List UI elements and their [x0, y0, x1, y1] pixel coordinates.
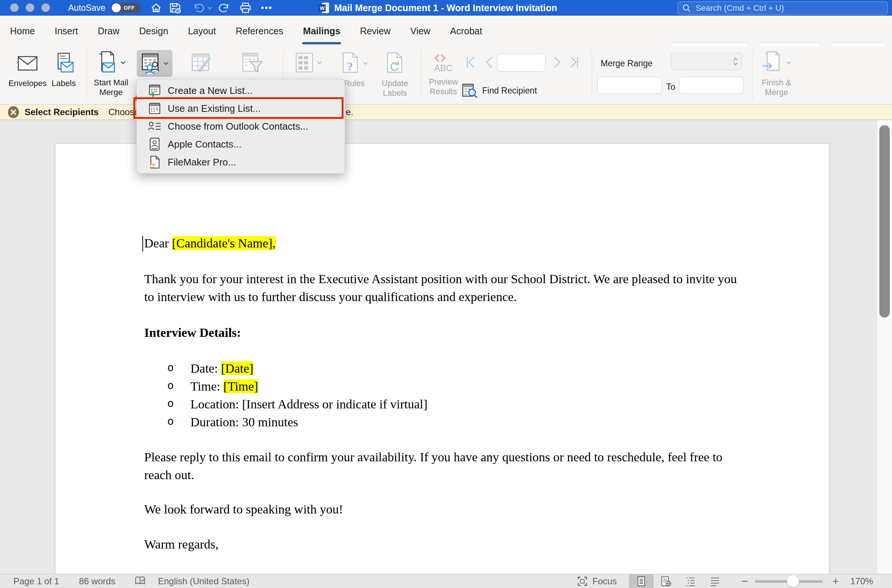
preview-results-icon: ABC — [428, 52, 459, 74]
menu-item-apple-contacts[interactable]: Apple Contacts... — [137, 135, 345, 153]
bullet-duration: oDuration: 30 minutes — [167, 413, 298, 431]
tab-insert[interactable]: Insert — [54, 16, 79, 46]
first-record-button — [463, 55, 477, 70]
merge-range-to-input[interactable] — [679, 77, 744, 94]
labels-label: Labels — [52, 79, 76, 88]
merge-range-to-label: To — [666, 82, 675, 92]
view-mode-switcher — [629, 574, 727, 588]
home-icon[interactable] — [150, 2, 162, 14]
tab-review[interactable]: Review — [359, 16, 391, 46]
svg-text:ABC: ABC — [434, 63, 452, 73]
insert-merge-field-chevron-icon — [317, 59, 322, 66]
page-count-status[interactable]: Page 1 of 1 — [13, 574, 59, 588]
record-number-input[interactable] — [497, 54, 546, 72]
message-bar-title: Select Recipients — [25, 107, 99, 117]
more-commands-icon[interactable]: ••• — [261, 2, 272, 14]
word-count-status[interactable]: 86 words — [79, 574, 115, 588]
merge-range-label: Merge Range — [601, 58, 652, 69]
envelopes-label: Envelopes — [9, 79, 47, 88]
menu-item-create-new-list[interactable]: Create a New List... — [137, 82, 345, 99]
tab-view[interactable]: View — [409, 16, 431, 46]
outline-view-button[interactable] — [678, 574, 703, 588]
tab-draw[interactable]: Draw — [97, 16, 120, 46]
start-mail-merge-icon — [96, 51, 118, 74]
menu-item-label: Choose from Outlook Contacts... — [168, 121, 308, 132]
undo-dropdown-chevron-icon[interactable] — [207, 2, 212, 14]
tab-design[interactable]: Design — [139, 16, 169, 46]
search-input[interactable] — [695, 3, 883, 14]
print-layout-view-button[interactable] — [629, 574, 654, 588]
bullet-time: oTime: [Time] — [167, 378, 258, 395]
menu-item-use-existing-list[interactable]: Use an Existing List... — [137, 99, 345, 117]
intro-paragraph: Thank you for your interest in the Execu… — [144, 270, 741, 306]
zoom-out-button[interactable]: − — [742, 574, 748, 588]
zoom-in-button[interactable]: + — [832, 574, 839, 588]
document-page[interactable]: Dear [Candidate's Name], Thank you for y… — [55, 144, 829, 574]
tab-mailings[interactable]: Mailings — [302, 16, 341, 46]
mailings-ribbon: Envelopes Labels Start Mail Merge Selec — [0, 46, 892, 104]
ribbon-separator — [87, 50, 87, 99]
vertical-scrollbar[interactable] — [877, 120, 892, 574]
window-zoom-button[interactable] — [41, 3, 50, 12]
search-icon — [682, 4, 691, 13]
window-minimize-button[interactable] — [26, 3, 34, 12]
vertical-scrollbar-thumb[interactable] — [879, 125, 890, 318]
insert-merge-field-icon — [295, 52, 315, 73]
save-icon[interactable] — [169, 2, 181, 14]
undo-icon[interactable] — [192, 2, 205, 14]
labels-button[interactable]: Labels — [48, 51, 80, 88]
select-recipients-button[interactable] — [137, 50, 172, 77]
bullet-marker: o — [167, 360, 190, 378]
find-recipient-icon — [462, 83, 478, 98]
menu-item-label: Create a New List... — [168, 85, 253, 96]
next-record-icon — [552, 55, 564, 70]
tab-home[interactable]: Home — [9, 16, 36, 46]
select-recipients-chevron-icon — [163, 60, 169, 67]
outline-view-icon — [685, 576, 696, 586]
draft-view-button[interactable] — [703, 574, 727, 588]
next-record-button — [552, 55, 564, 70]
update-labels-button: Update Labels — [376, 51, 414, 98]
closing-line: Warm regards, — [144, 536, 741, 554]
menu-item-label: Use an Existing List... — [168, 103, 261, 114]
preview-results-button: ABC Preview Results — [425, 52, 462, 96]
bullet-date-text: Date: — [190, 362, 221, 375]
autosave-toggle-knob — [112, 3, 121, 12]
bullet-marker: o — [167, 395, 190, 413]
language-status[interactable]: English (United States) — [158, 574, 249, 588]
window-close-button[interactable] — [10, 3, 19, 12]
candidate-name-placeholder: [Candidate's Name], — [172, 236, 276, 250]
document-title: Mail Merge Document 1 - Word Interview I… — [334, 3, 557, 14]
tab-acrobat[interactable]: Acrobat — [449, 16, 483, 46]
ribbon-separator — [592, 50, 592, 99]
tab-references[interactable]: References — [235, 16, 284, 46]
ribbon-tab-bar: Home Insert Draw Design Layout Reference… — [0, 16, 892, 46]
menu-item-label: Apple Contacts... — [168, 139, 241, 150]
ribbon-separator — [421, 50, 421, 99]
draft-view-icon — [709, 576, 721, 586]
zoom-slider-knob[interactable] — [787, 575, 799, 587]
redo-icon[interactable] — [218, 2, 231, 14]
bullet-location: oLocation: [Insert Address or indicate i… — [167, 395, 427, 413]
print-icon[interactable] — [239, 2, 252, 14]
date-placeholder: [Date] — [221, 362, 253, 375]
autosave-toggle[interactable]: OFF — [111, 3, 141, 13]
window-titlebar: AutoSave OFF ••• W Mail Merge Document 1… — [0, 0, 892, 16]
envelopes-button[interactable]: Envelopes — [8, 51, 47, 88]
web-layout-view-button[interactable] — [654, 574, 678, 588]
proofing-status-icon[interactable] — [134, 574, 146, 588]
merge-range-select[interactable] — [671, 53, 742, 70]
tab-layout[interactable]: Layout — [187, 16, 216, 46]
apple-contacts-icon — [148, 138, 161, 151]
menu-item-outlook-contacts[interactable]: Choose from Outlook Contacts... — [137, 117, 345, 135]
print-layout-icon — [636, 576, 646, 587]
menu-item-filemaker-pro[interactable]: FileMaker Pro... — [137, 153, 345, 171]
merge-range-from-input[interactable] — [597, 77, 662, 94]
search-field[interactable] — [678, 2, 888, 15]
finish-merge-icon — [762, 51, 784, 74]
find-recipient-button[interactable]: Find Recipient — [462, 83, 537, 98]
find-recipient-label: Find Recipient — [482, 86, 537, 96]
zoom-level-status[interactable]: 170% — [850, 574, 873, 588]
focus-button[interactable]: Focus — [577, 574, 617, 588]
message-bar-text: Choose — [108, 107, 139, 117]
